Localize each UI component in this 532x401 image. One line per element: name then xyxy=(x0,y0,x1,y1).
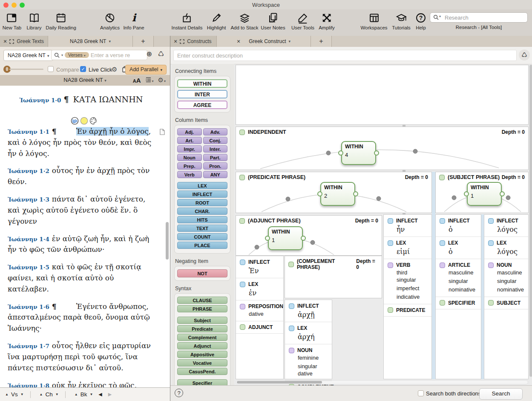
add-tab-button[interactable]: + xyxy=(311,36,332,47)
tab-greek-construct[interactable]: × Greek Construct▾ xyxy=(216,36,311,47)
verse-search-input[interactable]: ▾ Verses ▾ Enter a verse re xyxy=(51,50,147,60)
down-triangle-icon[interactable]: ▼ xyxy=(55,392,59,396)
construct-item-lex[interactable]: LEXεἰμί xyxy=(384,237,431,259)
independent-panel[interactable]: INDEPENDENT Depth = 0 WITHIN4 xyxy=(236,127,529,170)
within-node[interactable]: WITHIN4 xyxy=(341,141,376,165)
user-note-icon[interactable] xyxy=(159,127,165,138)
research-search-box[interactable]: ▾ xyxy=(430,12,528,23)
toolbar-item-tutorials[interactable]: Tutorials xyxy=(392,12,411,30)
toolbar-item-daily-reading[interactable]: Daily Reading xyxy=(46,12,76,30)
yellow-highlight-icon[interactable] xyxy=(80,117,88,125)
within-node[interactable]: WITHIN2 xyxy=(320,182,355,206)
text-scrollbar-thumb[interactable] xyxy=(166,222,169,260)
history-forward-icon[interactable]: ▶ xyxy=(108,392,112,397)
nav-chapter-control[interactable]: ▲Ch▼ xyxy=(37,391,61,398)
compare-checkbox[interactable] xyxy=(48,66,54,72)
toolbar-item-new-tab[interactable]: New Tab xyxy=(3,12,22,30)
toolbar-item-info-pane[interactable]: iInfo Pane xyxy=(123,12,144,30)
highlighted-text[interactable]: Ἐν ἀρχῇ ἦν ὁ λόγος xyxy=(76,127,149,136)
verse-ref[interactable]: Ἰωάννην 1·2 xyxy=(8,167,49,174)
close-zone-icon[interactable]: × xyxy=(3,38,7,44)
construct-item-preposition[interactable]: PREPOSITIONdative xyxy=(236,300,283,321)
node-port-right[interactable] xyxy=(374,150,379,156)
toolbar-item-analytics[interactable]: Analytics xyxy=(100,12,120,30)
construct-item-lex[interactable]: LEXἐν xyxy=(236,278,283,300)
live-click-checkbox[interactable]: ✓ xyxy=(80,66,86,72)
nav-verse-control[interactable]: ▲Vs▼ xyxy=(3,391,26,398)
complement-phrase-panel[interactable]: (COMPLEMENT PHRASE) Depth = 0 xyxy=(285,256,382,298)
font-size-icon[interactable]: AA xyxy=(133,77,141,84)
hits-slider-track[interactable] xyxy=(9,69,43,70)
predicate-phrase-panel[interactable]: (PREDICATE PHRASE) Depth = 0 WITHIN2 xyxy=(236,172,432,213)
close-zone-icon[interactable]: × xyxy=(174,38,177,44)
construct-item-inflect[interactable]: INFLECTὁ xyxy=(436,215,481,237)
construct-item-adjunct[interactable]: ADJUNCT xyxy=(236,321,283,334)
connection-point-dot[interactable] xyxy=(286,197,290,201)
word-column-hn[interactable]: INFLECTἦνLEXεἰμίVERBthird singularimperf… xyxy=(383,214,432,379)
update-icon[interactable]: ♺ xyxy=(519,49,530,61)
close-tab-icon[interactable]: × xyxy=(237,38,240,44)
verse-ref[interactable]: Ἰωάννην 1·8 xyxy=(8,382,49,388)
tab-na28-greek-nt[interactable]: NA28 Greek NT▾ xyxy=(48,36,133,47)
construct-item-verb[interactable]: VERBthird singularimperfectindicative xyxy=(384,259,431,304)
verse-ref[interactable]: Ἰωάννην 1·5 xyxy=(8,264,49,271)
verse-ref[interactable]: Ἰωάννην 1·1 xyxy=(8,128,49,135)
canvas-vscrollbar-thumb[interactable] xyxy=(529,65,532,377)
up-triangle-icon[interactable]: ▲ xyxy=(40,392,43,396)
construct-item-noun[interactable]: NOUNfemininesingular dative xyxy=(285,344,332,381)
subject-phrase-panel[interactable]: (SUBJECT PHRASE) Depth = 0 WITHIN1 xyxy=(435,172,529,213)
live-click-settings-gear-icon[interactable]: ⚙ xyxy=(112,66,117,73)
construct-top-row[interactable] xyxy=(236,65,529,125)
connection-point-dot[interactable] xyxy=(506,196,510,200)
toolbar-item-amplify[interactable]: Amplify xyxy=(319,12,335,30)
toolbar-item-user-tools[interactable]: User Tools xyxy=(291,12,314,30)
down-triangle-icon[interactable]: ▼ xyxy=(89,392,93,396)
connection-point-dot[interactable] xyxy=(311,240,315,245)
verse-ref[interactable]: Ἰωάννην 1·6 xyxy=(8,303,49,310)
connection-point-dot[interactable] xyxy=(413,149,417,153)
node-port-right[interactable] xyxy=(301,236,306,241)
construct-item-inflect[interactable]: INFLECTἦν xyxy=(384,215,431,237)
word-column-logos[interactable]: INFLECTλόγοςLEXλόγοςNOUNmasculinesingula… xyxy=(484,214,529,379)
verses-scope-pill[interactable]: Verses ▾ xyxy=(65,52,89,58)
node-port-left[interactable] xyxy=(338,150,343,156)
word-column-ho[interactable]: INFLECTὁLEXὁARTICLEmasculinesingularnomi… xyxy=(435,214,481,379)
within-node[interactable]: WITHIN1 xyxy=(268,226,303,250)
verse-ref[interactable]: Ἰωάννην 1·4 xyxy=(8,236,49,242)
add-criteria-icon[interactable]: ⊕ xyxy=(147,51,152,58)
toolbar-item-help[interactable]: ?Help xyxy=(414,12,427,30)
node-port-right[interactable] xyxy=(353,191,358,196)
toolbar-item-user-notes[interactable]: User Notes xyxy=(261,12,285,30)
research-input[interactable] xyxy=(444,13,526,22)
construct-canvas[interactable]: INDEPENDENT Depth = 0 WITHIN4 (PREDICATE… xyxy=(170,64,532,386)
construct-item-specifier[interactable]: SPECIFIER xyxy=(436,297,481,309)
greek-text-area[interactable]: Ἰωάννην 1·0¶ ΚΑΤΑ ΙΩΑΝΝΗΝ Ἰωάννην 1·1¶Ἐν… xyxy=(0,86,170,388)
pane-settings-gear-icon[interactable]: ⚙▾ xyxy=(158,76,166,84)
search-both-directions-checkbox[interactable] xyxy=(418,390,424,396)
expand-zone-icon[interactable] xyxy=(9,39,14,44)
node-port-left[interactable] xyxy=(317,191,322,196)
toolbar-item-highlight[interactable]: Highlight xyxy=(207,12,226,30)
verse-ref[interactable]: Ἰωάννην 1·3 xyxy=(8,196,49,203)
construct-item-subject[interactable]: SUBJECT xyxy=(484,297,528,309)
connection-point-dot[interactable] xyxy=(452,196,456,200)
update-icon[interactable]: ♺ xyxy=(158,51,164,58)
connection-point-dot[interactable] xyxy=(326,151,331,155)
connection-point-dot[interactable] xyxy=(377,196,381,201)
search-button[interactable]: Search xyxy=(479,388,523,400)
palette-icon[interactable] xyxy=(89,117,98,125)
up-triangle-icon[interactable]: ▲ xyxy=(75,392,78,396)
text-module-selector[interactable]: NA28 Greek NT▾ xyxy=(3,50,53,61)
canvas-hscrollbar-track[interactable] xyxy=(236,380,528,384)
construct-item-lex[interactable]: LEXλόγος xyxy=(484,237,528,259)
history-back-icon[interactable]: ◀ xyxy=(98,392,102,397)
toolbar-item-instant-details[interactable]: Instant Details xyxy=(172,12,203,30)
add-tab-button[interactable]: + xyxy=(133,36,154,47)
word-column-en[interactable]: INFLECTἘνLEXἐνPREPOSITIONdativeADJUNCT xyxy=(236,256,284,379)
verse-ref[interactable]: Ἰωάννην 1·7 xyxy=(8,343,49,349)
word-column-arche[interactable]: INFLECTἀρχῇLEXἀρχήNOUNfemininesingular d… xyxy=(285,300,332,379)
construct-item-inflect[interactable]: INFLECTλόγος xyxy=(484,215,528,237)
up-triangle-icon[interactable]: ▲ xyxy=(5,392,9,396)
connection-point-dot[interactable] xyxy=(255,245,259,249)
verse-ref[interactable]: Ἰωάννην 1·0 xyxy=(20,97,61,104)
